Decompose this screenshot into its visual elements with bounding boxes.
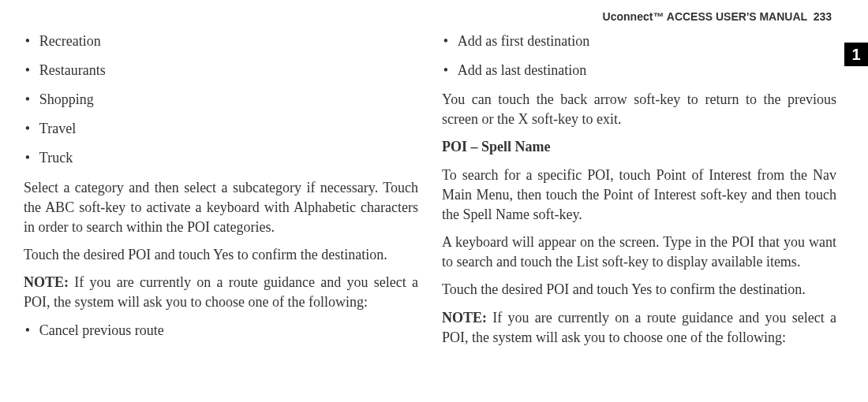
list-item: Add as first destination bbox=[442, 32, 836, 51]
subheading: POI – Spell Name bbox=[442, 137, 836, 157]
page-header: Uconnect™ ACCESS USER'S MANUAL 233 bbox=[24, 9, 836, 25]
note-lead: NOTE: bbox=[24, 274, 69, 290]
list-item: Travel bbox=[24, 119, 418, 139]
note-paragraph: NOTE: If you are currently on a route gu… bbox=[24, 273, 418, 312]
list-item: Truck bbox=[24, 148, 418, 168]
paragraph: Select a category and then select a subc… bbox=[24, 178, 418, 238]
option-list: Add as first destination Add as last des… bbox=[442, 32, 836, 80]
note-paragraph: NOTE: If you are currently on a route gu… bbox=[442, 308, 836, 348]
note-lead: NOTE: bbox=[442, 310, 487, 326]
section-tab: 1 bbox=[844, 43, 868, 66]
manual-title: Uconnect™ ACCESS USER'S MANUAL bbox=[603, 10, 807, 23]
paragraph: Touch the desired POI and touch Yes to c… bbox=[442, 280, 836, 300]
content-columns: Recreation Restaurants Shopping Travel T… bbox=[24, 32, 836, 353]
paragraph: Touch the desired POI and touch Yes to c… bbox=[24, 245, 418, 265]
list-item: Shopping bbox=[24, 90, 418, 110]
category-list: Recreation Restaurants Shopping Travel T… bbox=[24, 32, 418, 169]
option-list: Cancel previous route bbox=[24, 321, 418, 341]
paragraph: To search for a specific POI, touch Poin… bbox=[442, 166, 836, 225]
page-number: 233 bbox=[814, 10, 832, 23]
list-item: Recreation bbox=[24, 32, 418, 51]
list-item: Restaurants bbox=[24, 61, 418, 80]
list-item: Cancel previous route bbox=[24, 321, 418, 341]
note-body: If you are currently on a route guidance… bbox=[24, 274, 418, 310]
note-body: If you are currently on a route guidance… bbox=[442, 310, 836, 345]
paragraph: You can touch the back arrow soft-key to… bbox=[442, 90, 836, 129]
paragraph: A keyboard will appear on the screen. Ty… bbox=[442, 233, 836, 272]
list-item: Add as last destination bbox=[442, 61, 836, 80]
